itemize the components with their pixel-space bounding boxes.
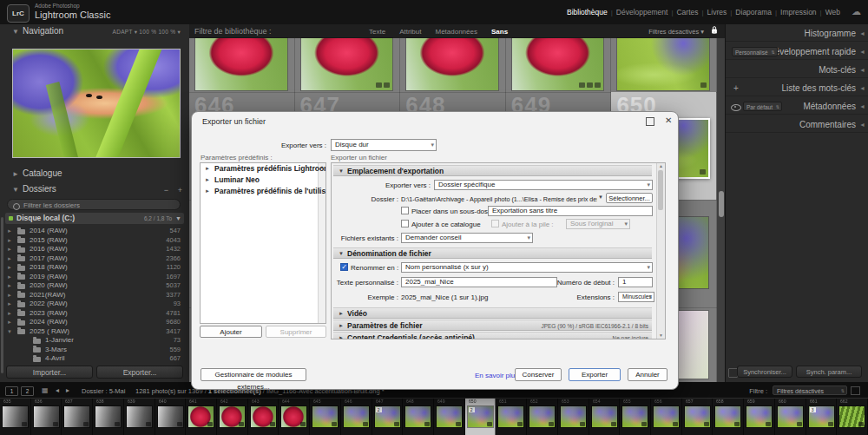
filmstrip-cell-639[interactable]: 639: [124, 399, 155, 435]
section-export-location[interactable]: ▼Emplacement d'exportation: [333, 165, 652, 176]
folder-row-3-Mars[interactable]: 3-Mars559: [0, 346, 189, 355]
filmstrip-thumbnail[interactable]: [498, 406, 523, 427]
filmstrip-cell-658[interactable]: 658: [713, 399, 744, 435]
export-to-select[interactable]: Disque dur▾: [331, 139, 437, 151]
section-file-settings[interactable]: ►Paramètres de fichier JPEG (90 %) / sRG…: [333, 320, 652, 331]
filmstrip-cell-662[interactable]: 662: [837, 399, 868, 435]
disclosure-right-icon[interactable]: ►: [205, 163, 210, 175]
right-panel-header-4[interactable]: Métadonnées◄Par défaut⇅: [726, 99, 868, 115]
disclosure-right-icon[interactable]: ►: [7, 227, 12, 236]
sync-settings-button[interactable]: Synch. param...: [796, 366, 862, 378]
panel-header-navigation[interactable]: ▼Navigation ADAPT ▾ 100 % 100 % ▾: [0, 26, 189, 40]
filmstrip-thumbnail[interactable]: [158, 406, 183, 427]
select-folder-button[interactable]: Sélectionner...: [606, 193, 653, 203]
cloud-sync-icon[interactable]: ☁: [852, 6, 861, 17]
panel-header-dossiers[interactable]: ▼Dossiers − +: [0, 184, 189, 198]
disclosure-right-icon[interactable]: ►: [205, 175, 210, 186]
module-tab-4[interactable]: Diaporama: [732, 8, 775, 16]
filter-tab-3[interactable]: Sans: [491, 28, 508, 36]
rename-checkbox[interactable]: ✓: [340, 263, 348, 271]
filmstrip-cell-657[interactable]: 657: [682, 399, 713, 435]
sync-button[interactable]: Synchroniser...: [737, 366, 792, 378]
filmstrip-thumbnail[interactable]: [437, 406, 462, 427]
thumbnail-badge-icon[interactable]: [376, 82, 382, 88]
folder-row-2014RAW[interactable]: ►2014 (RAW)547: [0, 227, 189, 236]
filmstrip-cell-656[interactable]: 656: [651, 399, 682, 435]
panel-mini-dropdown[interactable]: Par défaut⇅: [743, 102, 782, 111]
filmstrip-thumbnail[interactable]: [715, 406, 740, 427]
filter-lock-mini-icon[interactable]: [851, 386, 860, 395]
volume-browser[interactable]: Disque local (C:) 6,2 / 1,8 To ▼: [5, 213, 184, 224]
filmstrip-thumbnail[interactable]: [127, 406, 152, 427]
current-folder-text[interactable]: Dossier : 5-Mai: [82, 387, 125, 395]
stack-position-select[interactable]: Sous l'original▾: [566, 219, 630, 229]
thumbnail-badge-icon[interactable]: [700, 82, 707, 88]
settings-scrollbar-thumb[interactable]: [658, 170, 663, 210]
grid-photo-thumbnail[interactable]: [512, 38, 604, 90]
filmstrip-cell-660[interactable]: 660: [775, 399, 806, 435]
folder-row-1-Janvier[interactable]: 1-Janvier73: [0, 336, 189, 346]
right-panel-header-5[interactable]: Commentaires◄: [726, 117, 868, 133]
filmstrip-thumbnail[interactable]: [312, 406, 338, 427]
filter-lock-icon[interactable]: 🔒: [710, 26, 719, 34]
grid-scrollbar-thumb[interactable]: [719, 191, 724, 217]
filmstrip-thumbnail[interactable]: [746, 406, 772, 427]
thumbnail-badge-icon[interactable]: [700, 169, 706, 175]
filter-tab-2[interactable]: Métadonnées: [435, 28, 477, 36]
grid-view-icon[interactable]: ▦: [42, 386, 49, 394]
filmstrip-cell-651[interactable]: 651: [496, 399, 527, 435]
filmstrip-cell-655[interactable]: 655: [620, 399, 651, 435]
rename-select[interactable]: Nom personnalisé (x sur y)▾: [401, 262, 653, 273]
filmstrip-thumbnail[interactable]: 2: [375, 406, 400, 427]
filmstrip-thumbnail[interactable]: [95, 406, 121, 427]
panel-mini-dropdown[interactable]: Personnalisé⇅: [732, 47, 778, 56]
chevron-down-icon[interactable]: ▼: [598, 194, 603, 200]
filmstrip-cell-650[interactable]: 6502: [465, 399, 496, 435]
module-tab-3[interactable]: Livres: [704, 8, 731, 16]
scroll-down-icon[interactable]: ▼: [657, 333, 665, 338]
navigator-zoom-options[interactable]: ADAPT ▾ 100 % 100 % ▾: [113, 29, 181, 36]
disclosure-right-icon[interactable]: ►: [7, 318, 12, 327]
folder-row-2022RAW[interactable]: ►2022 (RAW)93: [0, 300, 189, 309]
filmstrip-cell-642[interactable]: 642: [217, 399, 248, 435]
add-keyword-button[interactable]: +: [733, 83, 739, 93]
filmstrip-thumbnail[interactable]: [188, 406, 214, 427]
filmstrip-thumbnail[interactable]: [654, 406, 679, 427]
filmstrip-cell-652[interactable]: 652: [527, 399, 558, 435]
filmstrip-cell-648[interactable]: 648: [403, 399, 434, 435]
grid-photo-thumbnail[interactable]: [406, 38, 498, 90]
grid-scrollbar[interactable]: [717, 38, 725, 382]
stack-count-badge[interactable]: 2: [469, 407, 475, 412]
disclosure-right-icon[interactable]: ►: [7, 309, 12, 319]
filmstrip-cell-653[interactable]: 653: [558, 399, 589, 435]
module-tab-2[interactable]: Cartes: [673, 8, 701, 16]
folder-row-2016RAW[interactable]: ►2016 (RAW)1432: [0, 245, 189, 254]
disclosure-right-icon[interactable]: ►: [7, 263, 12, 273]
filmstrip-cell-643[interactable]: 643: [248, 399, 279, 435]
stack-count-badge[interactable]: 3: [810, 407, 816, 412]
remove-preset-button[interactable]: Supprimer: [266, 326, 326, 338]
filter-tab-1[interactable]: Attribut: [399, 28, 421, 36]
filmstrip-thumbnail[interactable]: [561, 406, 586, 427]
filmstrip-cell-637[interactable]: 637: [62, 399, 93, 435]
filmstrip-thumbnail[interactable]: [778, 406, 803, 427]
filmstrip-thumbnail[interactable]: 2: [468, 406, 493, 427]
filmstrip-thumbnail[interactable]: [405, 406, 431, 427]
stack-count-badge[interactable]: 2: [376, 407, 382, 412]
add-folder-button[interactable]: +: [178, 186, 182, 194]
collapse-folder-button[interactable]: −: [164, 186, 168, 194]
grid-photo-thumbnail[interactable]: [195, 38, 287, 90]
filmstrip-thumbnail[interactable]: [622, 406, 648, 427]
disclosure-right-icon[interactable]: ►: [7, 291, 12, 300]
disclosure-right-icon[interactable]: ►: [7, 245, 12, 254]
disclosure-right-icon[interactable]: ►: [205, 186, 210, 197]
keep-button[interactable]: Conserver: [515, 368, 562, 381]
add-stack-checkbox[interactable]: [491, 220, 499, 227]
folder-row-2025RAW[interactable]: ▼2025 ( RAW)3417: [0, 327, 189, 337]
preset-item-1[interactable]: ►Luminar Neo: [201, 175, 326, 186]
subfolder-input[interactable]: Exportation sans titre: [488, 206, 653, 216]
filmstrip-thumbnail[interactable]: [281, 406, 306, 427]
section-file-naming[interactable]: ▼Dénomination de fichier: [333, 247, 652, 259]
filmstrip-cell-635[interactable]: 635: [0, 399, 31, 435]
primary-display-button[interactable]: 1: [5, 386, 18, 396]
